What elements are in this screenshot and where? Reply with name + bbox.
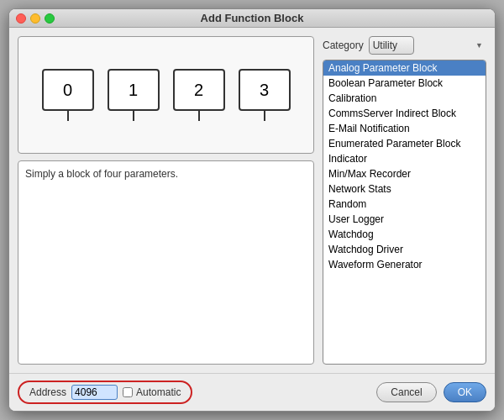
content-area: 0 1 2 3 Simply a block of four pa [9, 28, 495, 373]
param-connector-1 [133, 111, 134, 121]
minimize-button[interactable] [30, 13, 40, 24]
param-block-3: 3 [239, 69, 291, 121]
list-item[interactable]: Watchdog Driver [323, 242, 486, 257]
traffic-lights [16, 13, 55, 24]
list-item[interactable]: Enumerated Parameter Block [323, 136, 486, 151]
list-item[interactable]: Indicator [323, 151, 486, 166]
bottom-bar: Address Automatic Cancel OK [9, 373, 495, 411]
category-select-wrapper: Utility [369, 36, 486, 55]
window-title: Add Function Block [201, 12, 304, 24]
right-panel: Category Utility Analog Parameter BlockB… [323, 36, 486, 365]
category-row: Category Utility [323, 36, 486, 55]
list-item[interactable]: Random [323, 197, 486, 212]
automatic-text: Automatic [136, 386, 181, 398]
param-block-1: 1 [108, 69, 160, 121]
address-label: Address [29, 386, 66, 398]
param-connector-3 [264, 111, 265, 121]
list-item[interactable]: Analog Parameter Block [323, 60, 486, 76]
param-connector-0 [67, 111, 69, 121]
blocks-area: 0 1 2 3 [18, 36, 314, 154]
close-button[interactable] [16, 13, 26, 24]
list-item[interactable]: Watchdog [323, 227, 486, 242]
list-item[interactable]: Boolean Parameter Block [323, 76, 486, 91]
param-box-2: 2 [173, 69, 225, 111]
list-item[interactable]: User Logger [323, 212, 486, 227]
bottom-buttons: Cancel OK [376, 382, 486, 402]
param-box-0: 0 [42, 69, 94, 111]
left-panel: 0 1 2 3 Simply a block of four pa [18, 36, 314, 365]
param-block-0: 0 [42, 69, 94, 121]
list-item[interactable]: CommsServer Indirect Block [323, 106, 486, 121]
list-item[interactable]: Network Stats [323, 181, 486, 197]
list-item[interactable]: Calibration [323, 91, 486, 106]
category-select[interactable]: Utility [369, 36, 414, 55]
list-item[interactable]: Waveform Generator [323, 257, 486, 272]
ok-button[interactable]: OK [444, 382, 486, 402]
list-item[interactable]: E-Mail Notification [323, 121, 486, 136]
main-window: Add Function Block 0 1 2 3 [8, 8, 496, 412]
list-item[interactable]: Min/Max Recorder [323, 166, 486, 181]
zoom-button[interactable] [45, 13, 55, 24]
description-area: Simply a block of four parameters. [18, 160, 314, 365]
description-text: Simply a block of four parameters. [25, 168, 178, 180]
param-box-3: 3 [239, 69, 291, 111]
category-list[interactable]: Analog Parameter BlockBoolean Parameter … [323, 60, 486, 365]
param-block-2: 2 [173, 69, 225, 121]
address-section: Address Automatic [18, 381, 192, 404]
address-input[interactable] [71, 385, 118, 400]
automatic-label: Automatic [123, 386, 181, 398]
automatic-checkbox[interactable] [123, 387, 133, 397]
titlebar: Add Function Block [9, 9, 495, 28]
category-label: Category [323, 39, 364, 51]
param-connector-2 [198, 111, 200, 121]
param-box-1: 1 [108, 69, 160, 111]
cancel-button[interactable]: Cancel [376, 382, 436, 402]
